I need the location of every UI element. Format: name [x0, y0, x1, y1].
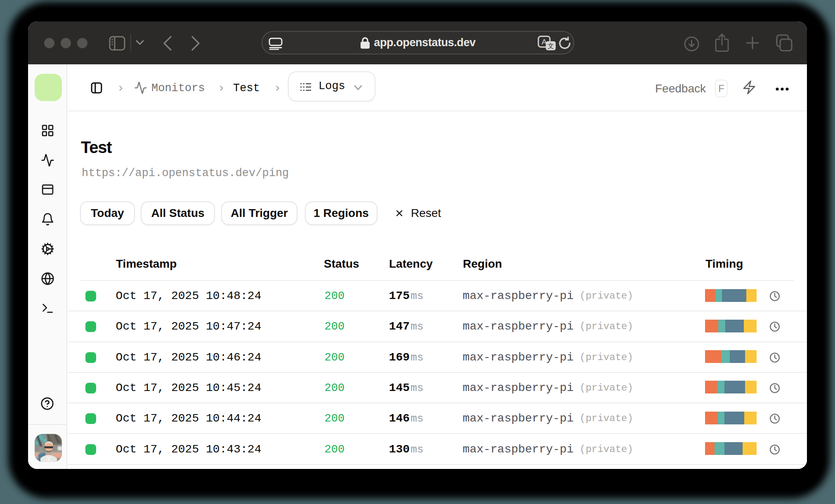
svg-text:文: 文 [547, 42, 554, 49]
